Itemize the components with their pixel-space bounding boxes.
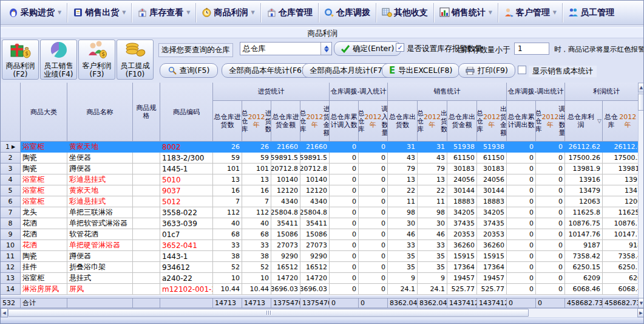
table-row[interactable]: 7龙头单把三联淋浴3558-02211211225804.825804.8009…	[1, 207, 638, 218]
chevron-down-icon[interactable]: ▼	[186, 10, 190, 15]
table-row[interactable]: 3陶瓷蹲便器1445-110110120712.820712.800797930…	[1, 164, 638, 174]
nav-button-2[interactable]: 员工销售业绩(F4)	[40, 40, 77, 80]
export-excel-button[interactable]: E 导出EXCEL(F8)	[382, 63, 459, 78]
table-row[interactable]: 5浴室柜黄家天地90371616121201212000222230144301…	[1, 185, 638, 196]
threshold-input[interactable]	[514, 43, 549, 55]
col-header-14[interactable]: 总仓库2012年出货金额	[477, 101, 507, 142]
year-stats-label: 全部商品本年统计(F6)	[229, 66, 305, 76]
table-row[interactable]: 12挂件折叠浴巾架9346125252165121651200353517364…	[1, 262, 638, 273]
toolbar-item-6[interactable]: 仓库调拨	[319, 2, 376, 23]
scroll-right-icon[interactable]: ▶	[637, 308, 644, 317]
print-button[interactable]: 打印(F9)	[458, 63, 515, 78]
cell-13: 15915	[447, 251, 477, 262]
col-header-9[interactable]: 总仓库累计调入数	[330, 101, 359, 142]
toolbar-item-7[interactable]: 其他收支	[376, 2, 433, 23]
col-header-static-1[interactable]: 商品大类	[21, 83, 67, 142]
cell-7: 16512	[271, 262, 300, 273]
row-number[interactable]: 8	[1, 218, 21, 229]
confirm-button[interactable]: 确定(Enter)	[334, 41, 401, 56]
col-header-13[interactable]: 总仓库出货金额	[447, 101, 477, 142]
table-row[interactable]: 1 ▶浴室柜黄家天地800226262166021660003131519385…	[1, 142, 638, 153]
toolbar-item-2[interactable]: 销售出货▼	[67, 2, 131, 23]
col-header-7[interactable]: 总仓库进货金额	[271, 101, 300, 142]
row-number[interactable]: 10	[1, 240, 21, 251]
cell-10: 0	[359, 164, 388, 174]
row-number[interactable]: 9	[1, 229, 21, 240]
chevron-down-icon[interactable]: ▼	[251, 10, 254, 15]
cell-8: 16512	[300, 262, 330, 273]
col-header-8[interactable]: 总仓库2012年进货金额	[300, 101, 330, 142]
horizontal-scrollbar-thumb[interactable]	[8, 309, 529, 317]
cell-18: 11625.8	[603, 207, 638, 218]
row-number[interactable]: 12	[1, 262, 21, 273]
alarm-checkbox[interactable]: ✓	[396, 43, 404, 52]
chevron-down-icon[interactable]: ▼	[553, 10, 557, 15]
col-header-18[interactable]: 总仓库2012年利润	[603, 101, 638, 142]
toolbar-item-5[interactable]: 仓库管理	[261, 2, 318, 23]
table-row[interactable]: 14淋浴房屏风屏风m12102-001-310.4410.443696.0336…	[1, 284, 638, 295]
col-header-15[interactable]: 总仓库累计调出数	[507, 101, 536, 142]
toolbar-item-3[interactable]: 库存查看▼	[132, 2, 195, 23]
warehouse-combo[interactable]: 总仓库	[240, 42, 332, 55]
cell-9: 0	[330, 229, 359, 240]
col-header-6[interactable]: 总仓库2012年进货数	[242, 101, 271, 142]
nav-button-1[interactable]: $商品利润(F2)	[2, 40, 39, 80]
group-header-label: 利润统计	[565, 83, 638, 101]
row-number[interactable]: 4	[1, 174, 21, 185]
cell-8: 3696.03	[300, 284, 330, 295]
chevron-down-icon[interactable]: ▼	[58, 10, 61, 15]
toolbar-item-8[interactable]: 销售统计▼	[434, 2, 498, 23]
col-header-12[interactable]: 总仓库2012年出货数	[418, 101, 447, 142]
table-row[interactable]: 9花洒软管花洒01c768681508615086004646203532035…	[1, 229, 638, 240]
col-header-11[interactable]: 总仓库出货数	[388, 101, 418, 142]
chevron-down-icon[interactable]: ▼	[489, 10, 492, 15]
row-number[interactable]: 5	[1, 185, 21, 196]
col-header-17[interactable]: 总仓库利润▽	[565, 101, 603, 142]
nav-button-3[interactable]: $客户利润(F3)	[78, 40, 115, 80]
scroll-left-icon[interactable]: ◀	[1, 308, 8, 317]
month-stats-button[interactable]: 全部商品本月统计(F7)	[302, 63, 393, 78]
cell-7: 14720	[271, 273, 300, 284]
cost-stats-checkbox[interactable]	[518, 66, 526, 74]
row-number[interactable]: 3	[1, 164, 21, 174]
row-number[interactable]: 13	[1, 273, 21, 284]
vertical-scrollbar-track[interactable]	[638, 83, 644, 298]
query-button[interactable]: 查询(F5)	[160, 63, 218, 78]
table-row[interactable]: 6浴室柜彩迪悬挂式5012774340434000111118883188830…	[1, 196, 638, 207]
year-stats-button[interactable]: 全部商品本年统计(F6)	[222, 63, 312, 78]
cell-15: 0	[507, 153, 536, 164]
nav-button-4[interactable]: 员工提成(F10)	[117, 40, 154, 80]
table-row[interactable]: 4浴室柜彩迪悬挂式5010131310140101400013132405624…	[1, 174, 638, 185]
row-number[interactable]: 2	[1, 153, 21, 164]
table-row[interactable]: 8花洒单把软管式淋浴器3633-039404035411354110030303…	[1, 218, 638, 229]
row-number[interactable]: 6	[1, 196, 21, 207]
col-header-5[interactable]: 总仓库进货数	[213, 101, 242, 142]
scroll-up-icon[interactable]: ▲	[638, 83, 644, 92]
cell-8: 4340	[300, 196, 330, 207]
table-row[interactable]: 13浴室柜悬挂式a240-221010147201472000991945719…	[1, 273, 638, 284]
cell-2: 黄家天地	[67, 142, 133, 153]
toolbar-item-1[interactable]: 采购进货▼	[3, 2, 67, 23]
cell-7: 27073	[271, 240, 300, 251]
chevron-down-icon[interactable]: ▼	[122, 10, 126, 15]
toolbar-item-9[interactable]: 客户管理▼	[498, 2, 562, 23]
table-row[interactable]: 10花洒单把硬管淋浴器3652-041333327073270730033333…	[1, 240, 638, 251]
col-header-10[interactable]: 总仓库2012年调入数量	[359, 101, 388, 142]
row-number[interactable]: 11	[1, 251, 21, 262]
vertical-scrollbar-thumb[interactable]	[638, 94, 644, 111]
row-number[interactable]: 1 ▶	[1, 142, 21, 153]
table-row[interactable]: 11陶瓷蹲便器1443-1383892909290003535159151591…	[1, 251, 638, 262]
toolbar-item-10[interactable]: 员工管理	[563, 2, 620, 23]
row-number[interactable]: 14	[1, 284, 21, 295]
col-header-static-3[interactable]: 商品规格	[133, 83, 160, 142]
col-header-static-2[interactable]: 商品名称	[67, 83, 133, 142]
combo-spinner-icon[interactable]	[320, 43, 331, 55]
col-header-16[interactable]: 总仓库2012年调出数量	[536, 101, 565, 142]
col-header-static-4[interactable]: 商品编码	[160, 83, 213, 142]
table-row[interactable]: 2陶瓷坐便器1183-2/300595959891.559891.5004343…	[1, 153, 638, 164]
app-window: 采购进货▼销售出货▼库存查看▼商品利润▼仓库管理仓库调拨其他收支销售统计▼客户管…	[0, 0, 644, 324]
toolbar-item-4[interactable]: 商品利润▼	[196, 2, 260, 23]
row-number[interactable]: 7	[1, 207, 21, 218]
summary-cell-18: 458682.73	[603, 298, 638, 308]
scroll-down-icon[interactable]: ▼	[638, 298, 644, 308]
